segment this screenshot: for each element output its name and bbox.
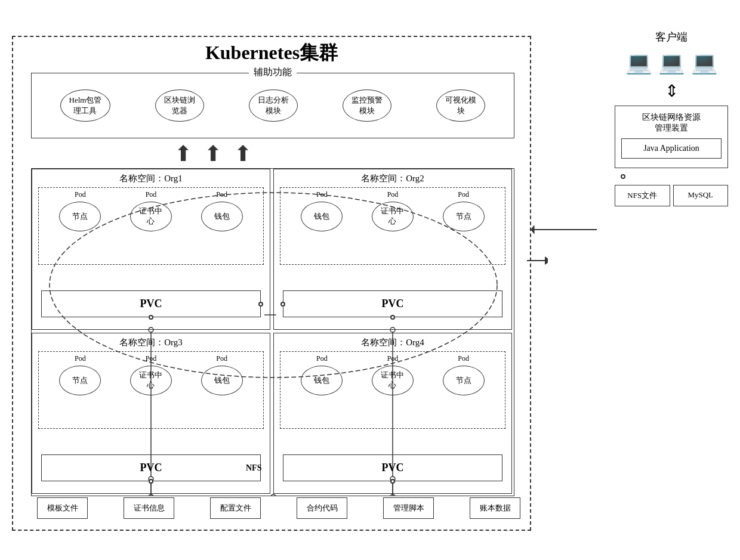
pvc-org4: PVC [283,454,502,481]
storage-row: NFS文件 MySQL [615,185,728,206]
ns-org3-title: 名称空间：Org3 [32,333,270,352]
pvc-org1-bottom-dot [149,315,153,320]
aux-items: Helm包管理工具 区块链浏览器 日志分析模块 监控预警模块 可视化模块 [32,73,514,138]
arrow-2: ⬆ [204,143,222,165]
pod-label: Pod [387,190,399,199]
pod-ellipse-node4: 节点 [443,366,485,395]
pod-ellipse-node2: 节点 [443,202,485,231]
exchange-arrow: ⇕ [615,81,728,101]
ns-org4-title: 名称空间：Org4 [274,333,511,352]
aux-item-log: 日志分析模块 [249,89,298,122]
pod-org4-ca: Pod 证书中心 [372,352,414,395]
pod-label: Pod [316,354,328,363]
pod-label: Pod [458,190,469,199]
ns-org3-pods-area: Pod 节点 Pod 证书中心 Pod 钱包 [38,351,264,429]
file-cert-info: 证书信息 [124,497,174,519]
pod-ellipse-wallet3: 钱包 [201,366,243,395]
mgmt-device-box: 区块链网络资源管理装置 Java Application [615,106,728,168]
pvc-org4-bottom-dot [390,479,395,484]
ns-org4: 名称空间：Org4 Pod 钱包 Pod 证书中心 Pod 节 [273,333,512,494]
pod-org1-wallet: Pod 钱包 [201,188,243,231]
mgmt-device-title: 区块链网络资源管理装置 [621,112,722,134]
laptop-icon-2: 💻 [658,50,685,75]
k8s-title: Kubernetes集群 [205,40,338,66]
pod-org4-wallet: Pod 钱包 [301,352,343,395]
ns-org1-pods-area: Pod 节点 Pod 证书中心 Pod 钱包 [38,187,264,265]
ns-org4-pods-row: Pod 钱包 Pod 证书中心 Pod 节点 [280,352,505,395]
nfs-label: NFS [246,463,261,473]
pvc-org2-left-dot [280,302,285,307]
svg-point-4 [149,494,153,496]
svg-point-14 [271,494,276,496]
file-script: 管理脚本 [383,497,434,519]
pvc-org1-right-dot [258,302,263,307]
feedback-arrow-svg [531,221,597,239]
pod-label: Pod [316,190,328,199]
aux-item-blockchain-browser: 区块链浏览器 [155,89,204,122]
connector-area [615,174,728,179]
pod-org3-ca: Pod 证书中心 [130,352,172,395]
ns-org1: 名称空间：Org1 Pod 节点 Pod 证书中心 Pod 钱 [32,169,270,330]
pod-org2-ca: Pod 证书中心 [372,188,414,231]
arrow-3: ⬆ [234,143,252,165]
file-contract: 合约代码 [297,497,347,519]
pod-ellipse-wallet: 钱包 [201,202,243,231]
ns-org2-pods-row: Pod 钱包 Pod 证书中心 Pod 节点 [280,188,505,231]
laptop-icon-3: 💻 [691,50,718,75]
pod-org3-node: Pod 节点 [59,352,101,395]
pod-label: Pod [216,190,227,199]
pod-org1-ca: Pod 证书中心 [130,188,172,231]
ns-org4-pods-area: Pod 钱包 Pod 证书中心 Pod 节点 [280,351,505,429]
arrow-1: ⬆ [174,143,192,165]
pod-ellipse-node3: 节点 [59,366,101,395]
aux-item-monitor: 监控预警模块 [343,89,391,122]
file-template: 模板文件 [37,497,88,519]
pod-org4-node: Pod 节点 [443,352,485,395]
arrows-area: ⬆ ⬆ ⬆ [174,143,252,165]
pvc-org3-bottom-dot [149,479,153,484]
ns-org2: 名称空间：Org2 Pod 钱包 Pod 证书中心 Pod 节 [273,169,512,330]
aux-title: 辅助功能 [249,66,297,79]
ns-org3-pods-row: Pod 节点 Pod 证书中心 Pod 钱包 [39,352,263,395]
pvc-org1: PVC [41,290,261,317]
bottom-files: 模板文件 证书信息 配置文件 合约代码 管理脚本 账本数据 [19,497,538,519]
aux-item-visual: 可视化模块 [436,89,485,122]
ns-org3: 名称空间：Org3 Pod 节点 Pod 证书中心 Pod 钱 [32,333,270,494]
ns-org2-title: 名称空间：Org2 [274,169,511,188]
right-panel: 客户端 💻 💻 💻 ⇕ 区块链网络资源管理装置 Java Application… [615,30,728,206]
pvc-org3: PVC [41,454,261,481]
pod-ellipse-ca2: 证书中心 [372,202,414,231]
pod-org3-wallet: Pod 钱包 [201,352,243,395]
pod-label: Pod [216,354,227,363]
client-icons: 💻 💻 💻 [615,50,728,75]
ns-org2-pods-area: Pod 钱包 Pod 证书中心 Pod 节点 [280,187,505,265]
svg-marker-18 [531,225,534,234]
pod-ellipse-ca: 证书中心 [130,202,172,231]
pod-org1-node: Pod 节点 [59,188,101,231]
namespaces-grid: 名称空间：Org1 Pod 节点 Pod 证书中心 Pod 钱 [31,168,514,496]
pod-ellipse-wallet2: 钱包 [301,202,343,231]
pod-ellipse-ca4: 证书中心 [372,366,414,395]
pvc-org2-bottom-dot [390,315,395,320]
pod-org2-node: Pod 节点 [443,188,485,231]
pod-ellipse-wallet4: 钱包 [301,366,343,395]
storage-nfs: NFS文件 [615,185,670,206]
aux-item-helm: Helm包管理工具 [60,89,111,122]
pvc-org2: PVC [283,290,502,317]
pod-ellipse-node: 节点 [59,202,101,231]
java-app-box: Java Application [621,138,722,159]
svg-marker-16 [545,256,548,265]
file-config: 配置文件 [210,497,261,519]
pod-org2-wallet: Pod 钱包 [301,188,343,231]
pod-label: Pod [458,354,469,363]
pod-label: Pod [146,190,157,199]
ns-org1-title: 名称空间：Org1 [32,169,270,188]
pod-ellipse-ca3: 证书中心 [130,366,172,395]
k8s-cluster-box: Kubernetes集群 辅助功能 Helm包管理工具 区块链浏览器 日志分析模… [12,36,531,531]
ns-org1-pods-row: Pod 节点 Pod 证书中心 Pod 钱包 [39,188,263,231]
aux-box: 辅助功能 Helm包管理工具 区块链浏览器 日志分析模块 监控预警模块 可视化模… [31,73,514,138]
pod-label: Pod [75,354,86,363]
file-ledger: 账本数据 [470,497,520,519]
svg-point-7 [390,494,395,496]
pod-label: Pod [75,190,86,199]
